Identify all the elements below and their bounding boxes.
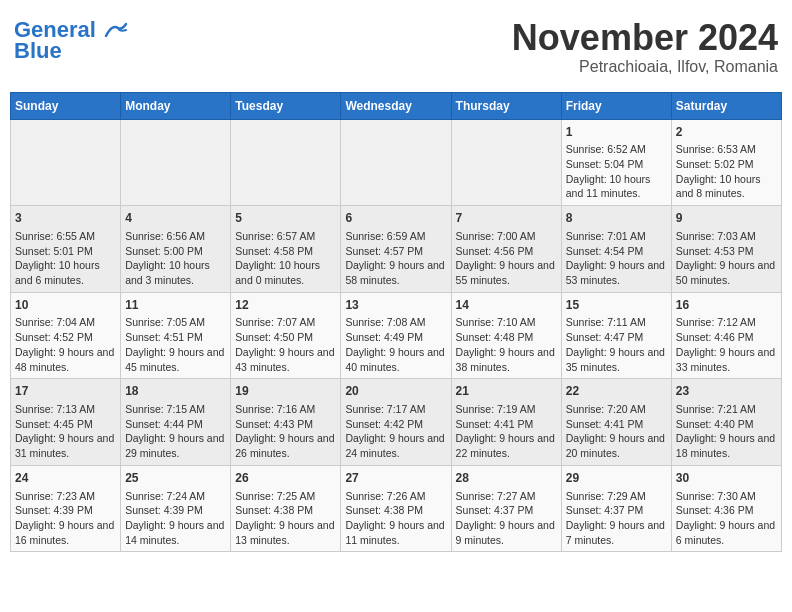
day-info: Sunset: 4:54 PM: [566, 244, 667, 259]
day-info: Sunset: 4:45 PM: [15, 417, 116, 432]
day-number: 8: [566, 210, 667, 227]
day-header-wednesday: Wednesday: [341, 92, 451, 119]
calendar-cell: 11Sunrise: 7:05 AMSunset: 4:51 PMDayligh…: [121, 292, 231, 379]
day-info: Daylight: 9 hours and 31 minutes.: [15, 431, 116, 460]
day-info: Sunset: 4:41 PM: [456, 417, 557, 432]
calendar-cell: 12Sunrise: 7:07 AMSunset: 4:50 PMDayligh…: [231, 292, 341, 379]
week-row-5: 24Sunrise: 7:23 AMSunset: 4:39 PMDayligh…: [11, 465, 782, 552]
day-info: Sunset: 4:51 PM: [125, 330, 226, 345]
day-info: Daylight: 10 hours and 3 minutes.: [125, 258, 226, 287]
day-number: 3: [15, 210, 116, 227]
calendar-cell: [11, 119, 121, 206]
day-number: 9: [676, 210, 777, 227]
day-number: 7: [456, 210, 557, 227]
calendar-cell: 8Sunrise: 7:01 AMSunset: 4:54 PMDaylight…: [561, 206, 671, 293]
day-info: Sunset: 4:48 PM: [456, 330, 557, 345]
day-info: Daylight: 9 hours and 7 minutes.: [566, 518, 667, 547]
day-number: 27: [345, 470, 446, 487]
day-number: 21: [456, 383, 557, 400]
day-info: Daylight: 9 hours and 48 minutes.: [15, 345, 116, 374]
day-info: Sunrise: 7:25 AM: [235, 489, 336, 504]
day-info: Daylight: 9 hours and 43 minutes.: [235, 345, 336, 374]
calendar-cell: 29Sunrise: 7:29 AMSunset: 4:37 PMDayligh…: [561, 465, 671, 552]
header-row: SundayMondayTuesdayWednesdayThursdayFrid…: [11, 92, 782, 119]
calendar-cell: [341, 119, 451, 206]
day-info: Sunrise: 7:04 AM: [15, 315, 116, 330]
month-title: November 2024: [512, 18, 778, 58]
day-info: Sunrise: 7:26 AM: [345, 489, 446, 504]
day-info: Sunrise: 7:10 AM: [456, 315, 557, 330]
day-info: Sunset: 4:42 PM: [345, 417, 446, 432]
day-info: Sunset: 4:47 PM: [566, 330, 667, 345]
day-info: Sunrise: 7:23 AM: [15, 489, 116, 504]
day-info: Sunrise: 7:12 AM: [676, 315, 777, 330]
day-info: Sunrise: 7:17 AM: [345, 402, 446, 417]
day-number: 30: [676, 470, 777, 487]
day-info: Sunset: 4:56 PM: [456, 244, 557, 259]
day-info: Daylight: 9 hours and 35 minutes.: [566, 345, 667, 374]
day-info: Daylight: 9 hours and 9 minutes.: [456, 518, 557, 547]
logo: General Blue: [14, 18, 128, 64]
day-info: Sunset: 4:36 PM: [676, 503, 777, 518]
day-info: Sunrise: 7:13 AM: [15, 402, 116, 417]
day-info: Daylight: 9 hours and 14 minutes.: [125, 518, 226, 547]
day-number: 19: [235, 383, 336, 400]
day-header-friday: Friday: [561, 92, 671, 119]
day-info: Sunrise: 6:56 AM: [125, 229, 226, 244]
day-number: 16: [676, 297, 777, 314]
day-info: Sunrise: 7:01 AM: [566, 229, 667, 244]
day-info: Sunrise: 6:59 AM: [345, 229, 446, 244]
calendar-cell: 10Sunrise: 7:04 AMSunset: 4:52 PMDayligh…: [11, 292, 121, 379]
title-area: November 2024 Petrachioaia, Ilfov, Roman…: [512, 18, 778, 76]
calendar-cell: 13Sunrise: 7:08 AMSunset: 4:49 PMDayligh…: [341, 292, 451, 379]
day-info: Sunrise: 7:20 AM: [566, 402, 667, 417]
day-info: Sunrise: 7:07 AM: [235, 315, 336, 330]
day-number: 13: [345, 297, 446, 314]
calendar-cell: 5Sunrise: 6:57 AMSunset: 4:58 PMDaylight…: [231, 206, 341, 293]
day-info: Sunset: 4:44 PM: [125, 417, 226, 432]
calendar-cell: 22Sunrise: 7:20 AMSunset: 4:41 PMDayligh…: [561, 379, 671, 466]
day-info: Daylight: 9 hours and 55 minutes.: [456, 258, 557, 287]
calendar-cell: 7Sunrise: 7:00 AMSunset: 4:56 PMDaylight…: [451, 206, 561, 293]
day-header-thursday: Thursday: [451, 92, 561, 119]
day-info: Sunrise: 6:55 AM: [15, 229, 116, 244]
day-info: Sunrise: 7:19 AM: [456, 402, 557, 417]
day-number: 6: [345, 210, 446, 227]
day-info: Sunset: 5:01 PM: [15, 244, 116, 259]
day-info: Daylight: 9 hours and 45 minutes.: [125, 345, 226, 374]
day-info: Sunrise: 7:03 AM: [676, 229, 777, 244]
calendar-cell: 20Sunrise: 7:17 AMSunset: 4:42 PMDayligh…: [341, 379, 451, 466]
day-number: 10: [15, 297, 116, 314]
day-info: Sunrise: 7:21 AM: [676, 402, 777, 417]
day-number: 22: [566, 383, 667, 400]
day-info: Daylight: 9 hours and 16 minutes.: [15, 518, 116, 547]
calendar-cell: 23Sunrise: 7:21 AMSunset: 4:40 PMDayligh…: [671, 379, 781, 466]
location-subtitle: Petrachioaia, Ilfov, Romania: [512, 58, 778, 76]
day-number: 18: [125, 383, 226, 400]
day-info: Sunrise: 7:11 AM: [566, 315, 667, 330]
day-info: Sunrise: 7:00 AM: [456, 229, 557, 244]
day-number: 29: [566, 470, 667, 487]
calendar-cell: 18Sunrise: 7:15 AMSunset: 4:44 PMDayligh…: [121, 379, 231, 466]
day-number: 23: [676, 383, 777, 400]
day-info: Sunrise: 7:29 AM: [566, 489, 667, 504]
day-number: 20: [345, 383, 446, 400]
day-info: Sunrise: 7:08 AM: [345, 315, 446, 330]
logo-bird-icon: [104, 22, 128, 40]
calendar-cell: 25Sunrise: 7:24 AMSunset: 4:39 PMDayligh…: [121, 465, 231, 552]
day-info: Daylight: 9 hours and 50 minutes.: [676, 258, 777, 287]
day-info: Daylight: 9 hours and 6 minutes.: [676, 518, 777, 547]
day-info: Sunset: 4:53 PM: [676, 244, 777, 259]
day-info: Daylight: 10 hours and 8 minutes.: [676, 172, 777, 201]
day-info: Sunset: 4:58 PM: [235, 244, 336, 259]
day-info: Sunrise: 7:30 AM: [676, 489, 777, 504]
calendar-cell: 1Sunrise: 6:52 AMSunset: 5:04 PMDaylight…: [561, 119, 671, 206]
day-number: 14: [456, 297, 557, 314]
day-info: Daylight: 9 hours and 24 minutes.: [345, 431, 446, 460]
day-info: Sunset: 4:57 PM: [345, 244, 446, 259]
calendar-table: SundayMondayTuesdayWednesdayThursdayFrid…: [10, 92, 782, 553]
day-info: Daylight: 9 hours and 18 minutes.: [676, 431, 777, 460]
day-info: Sunset: 4:52 PM: [15, 330, 116, 345]
day-number: 4: [125, 210, 226, 227]
calendar-cell: 16Sunrise: 7:12 AMSunset: 4:46 PMDayligh…: [671, 292, 781, 379]
